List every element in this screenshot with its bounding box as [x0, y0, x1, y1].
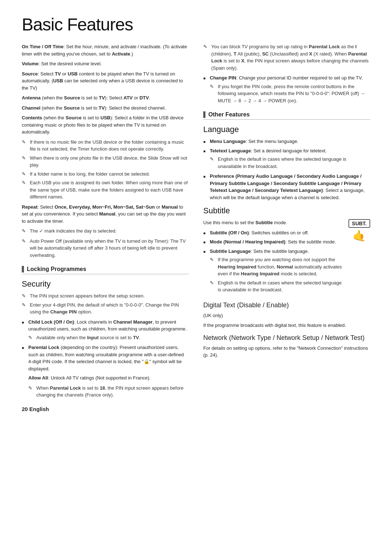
note-item: The PIN input screen appears before the …: [22, 292, 189, 300]
contents-notes: If there is no music file on the USB dev…: [22, 139, 189, 201]
note-item: English is the default in cases where th…: [210, 279, 343, 293]
source-para: Source: Select TV or USB content to be p…: [22, 70, 189, 92]
right-column: You can block TV programs by set up rati…: [203, 43, 370, 412]
section-bar-icon: [203, 111, 205, 118]
note-item: The ✓ mark indicates the day is selected…: [22, 227, 189, 235]
subtitle-title: Subtitle: [203, 206, 370, 215]
repeat-note-list: The ✓ mark indicates the day is selected…: [22, 227, 189, 235]
antenna-para: Antenna (when the Source is set to TV): …: [22, 94, 189, 102]
teletext-notes: English is the default in cases where th…: [210, 156, 370, 170]
channel-para: Channel (when the Source is set to TV): …: [22, 104, 189, 112]
language-bullets: Menu Language: Set the menu language. Te…: [203, 138, 370, 201]
security-notes: The PIN input screen appears before the …: [22, 292, 189, 316]
repeat-para: Repeat: Select Once, Everyday, Mon~Fri, …: [22, 204, 189, 225]
note-item: If the programme you are watching does n…: [210, 256, 343, 278]
parental-note-list: You can block TV programs by set up rati…: [203, 43, 370, 71]
note-item: Enter your 4-digit PIN, the default of w…: [22, 301, 189, 316]
subtitle-content: Use this menu to set the Subtitle mode. …: [203, 219, 343, 296]
subtitle-off-on-item: Subtitle (Off / On): Switches subtitles …: [203, 229, 343, 237]
menu-language-item: Menu Language: Set the menu language.: [203, 138, 370, 145]
allow-all-para: Allow All: Unlock All TV ratings (Not su…: [28, 374, 189, 382]
note-item: If a folder name is too long, the folder…: [22, 171, 189, 178]
preference-item: Preference (Primary Audio Language / Sec…: [203, 173, 370, 201]
subt-button: SUBT.: [348, 219, 370, 228]
other-features-title: Other Features: [208, 111, 250, 118]
language-title: Language: [203, 125, 370, 134]
note-item: Each USB you use is assigned its own fol…: [22, 179, 189, 201]
note-item: You can block TV programs by set up rati…: [203, 43, 370, 71]
subtitle-row: Use this menu to set the Subtitle mode. …: [203, 219, 370, 296]
digital-text-uk: (UK only): [203, 312, 370, 319]
subtitle-intro: Use this menu to set the Subtitle mode.: [203, 219, 343, 226]
subtitle-icon-area: SUBT. 🤙: [348, 219, 370, 242]
note-item: If there is no music file on the USB dev…: [22, 139, 189, 153]
parental-lock-item: Parental Lock (depending on the country)…: [22, 344, 189, 399]
page-number: 20 English: [22, 406, 189, 412]
change-pin-list: Change PIN: Change your personal ID numb…: [203, 74, 370, 104]
digital-text-body: If the programme broadcasts with digital…: [203, 322, 370, 329]
hand-icon: 🤙: [348, 229, 370, 242]
page-title: Basic Features: [22, 15, 370, 34]
security-title: Security: [22, 279, 189, 289]
child-lock-item: Child Lock (Off / On): Lock channels in …: [22, 319, 189, 341]
subtitle-bullets: Subtitle (Off / On): Switches subtitles …: [203, 229, 343, 293]
child-lock-notes: Available only when the Input source is …: [28, 334, 189, 341]
change-pin-notes: If you forget the PIN code, press the re…: [210, 83, 370, 104]
note-item: Auto Power Off (available only when the …: [22, 238, 189, 259]
contents-para: Contents (when the Source is set to USB)…: [22, 114, 189, 136]
note-item: If you forget the PIN code, press the re…: [210, 83, 370, 104]
auto-power-note-list: Auto Power Off (available only when the …: [22, 238, 189, 259]
locking-section-title: Locking Programmes: [27, 266, 86, 272]
locking-section-header: Locking Programmes: [22, 266, 189, 274]
volume-para: Volume: Set the desired volume level.: [22, 60, 189, 67]
note-item: When Parental Lock is set to 18, the PIN…: [28, 385, 189, 399]
network-body: For details on setting up options, refer…: [203, 345, 370, 359]
network-title: Network (Network Type / Network Setup / …: [203, 334, 370, 342]
note-item: When there is only one photo file in the…: [22, 155, 189, 169]
change-pin-item: Change PIN: Change your personal ID numb…: [203, 74, 370, 104]
on-time-para: On Time / Off Time: Set the hour, minute…: [22, 43, 189, 57]
section-bar-icon: [22, 266, 24, 272]
subtitle-language-item: Subtitle Language: Sets the subtitle lan…: [203, 248, 343, 293]
left-column: On Time / Off Time: Set the hour, minute…: [22, 43, 189, 412]
other-features-header: Other Features: [203, 111, 370, 120]
note-item: English is the default in cases where th…: [210, 156, 370, 170]
parental-lock-notes: When Parental Lock is set to 18, the PIN…: [28, 385, 189, 399]
mode-item: Mode (Normal / Hearing Impaired): Sets t…: [203, 238, 343, 246]
subtitle-language-notes: If the programme you are watching does n…: [210, 256, 343, 293]
digital-text-title: Digital Text (Disable / Enable): [203, 301, 370, 309]
teletext-language-item: Teletext Language: Set a desired languag…: [203, 147, 370, 170]
note-item: Available only when the Input source is …: [28, 334, 189, 341]
security-bullets: Child Lock (Off / On): Lock channels in …: [22, 319, 189, 399]
